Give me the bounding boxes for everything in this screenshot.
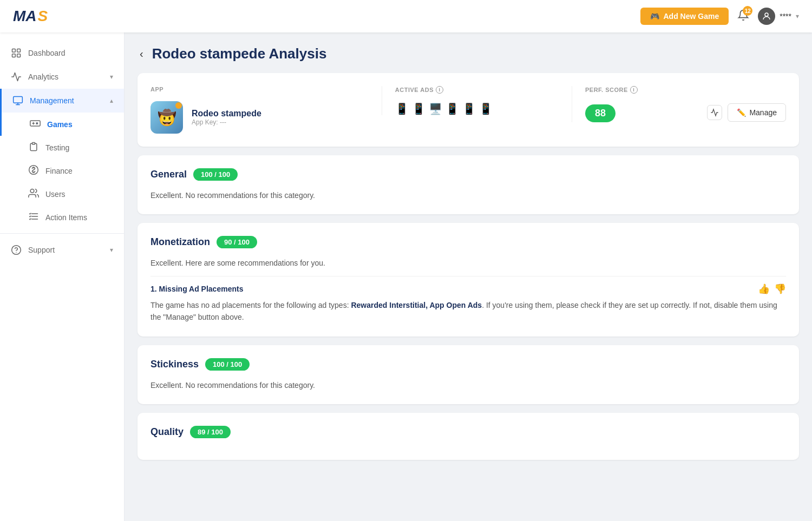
gamepad-icon: 🎮 [650, 12, 659, 21]
sidebar-item-dashboard[interactable]: Dashboard [0, 41, 124, 65]
avatar [758, 8, 775, 25]
user-menu[interactable]: **** ▾ [758, 8, 799, 25]
ad-icons-row: 📱 📱 🖥️ 📱 📱 📱 [395, 102, 559, 115]
section-card-general: General 100 / 100 Excellent. No recommen… [137, 155, 799, 214]
sidebar-label-finance: Finance [45, 167, 73, 175]
logo: MAS [13, 8, 48, 25]
section-title-stickiness: Stickiness [150, 359, 199, 370]
sidebar-label-support: Support [28, 246, 103, 254]
rec-text-monetization-0: The game has no ad placements for the fo… [150, 299, 786, 324]
analytics-icon [11, 71, 22, 82]
svg-point-8 [36, 123, 38, 124]
ad-icon-6: 📱 [479, 102, 493, 115]
sidebar-label-action-items: Action Items [45, 213, 87, 222]
svg-rect-9 [32, 143, 35, 144]
page-header: ‹ Rodeo stampede Analysis [137, 45, 799, 62]
svg-point-15 [12, 246, 21, 255]
section-title-general: General [150, 169, 187, 180]
app-info-card: APP 🤠 Rodeo stampede App Key: --- [137, 73, 799, 147]
notification-badge: 12 [743, 6, 752, 16]
management-icon [12, 95, 23, 106]
section-desc-general: Excellent. No recommendations for this c… [150, 189, 786, 201]
section-divider [150, 276, 786, 276]
score-badge-general: 100 / 100 [193, 168, 238, 181]
action-items-icon [28, 211, 39, 223]
active-ads-col: ACTIVE ADS i 📱 📱 🖥️ 📱 📱 📱 [382, 86, 559, 115]
user-name: **** [780, 12, 791, 21]
sidebar-label-testing: Testing [45, 143, 69, 152]
support-chevron-icon: ▾ [110, 246, 113, 254]
svg-rect-1 [12, 49, 16, 52]
sidebar-sub-item-games[interactable]: Games [0, 113, 124, 136]
svg-rect-5 [14, 97, 23, 103]
rec-title-monetization-0: 1. Missing Ad Placements 👍 👎 [150, 283, 786, 295]
main-content: ‹ Rodeo stampede Analysis APP 🤠 [125, 32, 812, 521]
sidebar-label-management: Management [30, 96, 103, 105]
sidebar-label-analytics: Analytics [28, 72, 103, 81]
app-name: Rodeo stampede [192, 109, 261, 118]
svg-rect-4 [17, 54, 21, 57]
ad-icon-5: 📱 [462, 102, 476, 115]
section-header-quality: Quality 89 / 100 [150, 426, 786, 438]
section-header-general: General 100 / 100 [150, 168, 786, 181]
manage-button[interactable]: ✏️ Manage [728, 103, 786, 122]
notification-bell[interactable]: 12 [737, 9, 749, 23]
svg-rect-3 [12, 54, 16, 57]
section-header-stickiness: Stickiness 100 / 100 [150, 358, 786, 371]
ad-icon-4: 📱 [446, 102, 459, 115]
col-header-score: PERF. SCORE i [585, 86, 694, 94]
sidebar-label-users: Users [45, 190, 66, 199]
sidebar-sub-item-users[interactable]: Users [0, 182, 124, 206]
section-desc-monetization: Excellent. Here are some recommendations… [150, 257, 786, 269]
app-col: APP 🤠 Rodeo stampede App Key: --- [150, 86, 369, 134]
sidebar-management-section: Management ▴ Games Testing Finance [0, 89, 124, 229]
header: MAS 🎮 Add New Game 12 **** ▾ [0, 0, 812, 32]
score-info-icon[interactable]: i [630, 86, 638, 94]
sidebar-item-management[interactable]: Management ▴ [0, 89, 124, 113]
sidebar-sub-item-action-items[interactable]: Action Items [0, 206, 124, 229]
chart-button[interactable] [707, 105, 722, 120]
header-right: 🎮 Add New Game 12 **** ▾ [640, 8, 800, 25]
app-icon: 🤠 [150, 101, 183, 134]
ad-icon-2: 📱 [412, 102, 425, 115]
sidebar-sub-item-testing[interactable]: Testing [0, 136, 124, 159]
score-badge-stickiness: 100 / 100 [205, 358, 250, 371]
app-actions: ✏️ Manage [707, 103, 786, 122]
support-icon [11, 245, 22, 255]
section-card-monetization: Monetization 90 / 100 Excellent. Here ar… [137, 223, 799, 336]
page-title: Rodeo stampede Analysis [152, 45, 327, 62]
analytics-chevron-icon: ▾ [110, 73, 113, 81]
management-chevron-icon: ▴ [110, 97, 113, 104]
testing-icon [28, 141, 39, 154]
games-icon [30, 118, 41, 130]
svg-rect-2 [17, 49, 21, 52]
score-badge-monetization: 90 / 100 [217, 236, 257, 248]
ads-info-icon[interactable]: i [436, 86, 443, 94]
sidebar-label-games: Games [47, 120, 73, 129]
sidebar-item-support[interactable]: Support ▾ [0, 238, 124, 262]
app-details: 🤠 Rodeo stampede App Key: --- [150, 101, 369, 134]
svg-point-11 [30, 189, 34, 193]
perf-score-badge: 88 [585, 104, 615, 122]
finance-icon [28, 164, 39, 177]
ad-icon-1: 📱 [395, 102, 409, 115]
sections-container: General 100 / 100 Excellent. No recommen… [137, 155, 799, 460]
sidebar-sub-item-finance[interactable]: Finance [0, 159, 124, 182]
thumbs-up-button[interactable]: 👍 [758, 283, 770, 295]
add-game-button[interactable]: 🎮 Add New Game [640, 8, 729, 25]
section-header-monetization: Monetization 90 / 100 [150, 236, 786, 248]
score-badge-quality: 89 / 100 [190, 426, 231, 438]
sidebar-label-dashboard: Dashboard [28, 49, 113, 57]
section-card-stickiness: Stickiness 100 / 100 Excellent. No recom… [137, 345, 799, 404]
sidebar: Dashboard Analytics ▾ Management ▴ [0, 32, 125, 521]
logo-text-accent: S [38, 8, 48, 25]
col-header-app: APP [150, 86, 369, 93]
user-chevron-icon: ▾ [796, 12, 799, 20]
sidebar-divider [0, 233, 124, 234]
section-desc-stickiness: Excellent. No recommendations for this c… [150, 379, 786, 391]
section-title-monetization: Monetization [150, 236, 210, 248]
sidebar-item-analytics[interactable]: Analytics ▾ [0, 65, 124, 89]
back-button[interactable]: ‹ [137, 45, 146, 62]
thumbs-down-button[interactable]: 👎 [774, 283, 786, 295]
layout: Dashboard Analytics ▾ Management ▴ [0, 32, 812, 521]
